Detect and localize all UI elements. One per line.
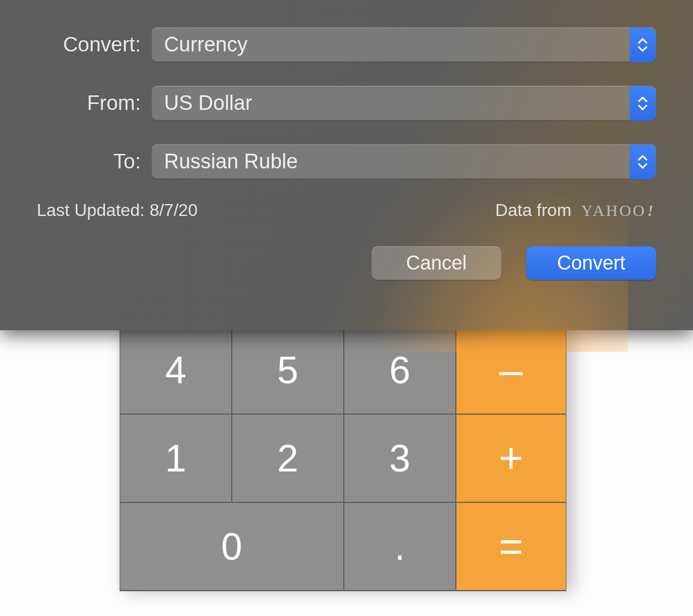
key-6[interactable]: 6 <box>344 326 456 414</box>
to-value: Russian Ruble <box>164 150 298 173</box>
key-1[interactable]: 1 <box>120 414 232 502</box>
data-source: Data from YAHOO! <box>495 200 655 220</box>
convert-label: Convert: <box>37 33 152 56</box>
key-3[interactable]: 3 <box>344 414 456 502</box>
last-updated-label: Last Updated: 8/7/20 <box>37 200 198 220</box>
field-row-to: To: Russian Ruble <box>37 144 656 179</box>
keypad-row: 0 . = <box>120 502 566 591</box>
key-minus[interactable]: – <box>456 326 566 414</box>
to-popup[interactable]: Russian Ruble <box>152 144 656 179</box>
field-row-from: From: US Dollar <box>37 86 656 120</box>
yahoo-text: YAHOO <box>581 201 646 219</box>
conversion-sheet: Convert: Currency From: US Dollar <box>0 0 693 330</box>
to-label: To: <box>37 150 152 173</box>
key-plus[interactable]: + <box>456 414 566 502</box>
cancel-button[interactable]: Cancel <box>371 246 501 280</box>
dialog-actions: Cancel Convert <box>37 246 656 280</box>
from-label: From: <box>37 91 152 115</box>
key-decimal[interactable]: . <box>344 502 456 591</box>
key-equals[interactable]: = <box>456 502 566 591</box>
convert-button[interactable]: Convert <box>526 246 656 280</box>
convert-popup[interactable]: Currency <box>152 27 656 62</box>
conversion-form: Convert: Currency From: US Dollar <box>0 11 693 280</box>
chevron-up-down-icon <box>630 28 656 62</box>
from-value: US Dollar <box>164 91 252 115</box>
chevron-up-down-icon <box>630 86 656 121</box>
key-5[interactable]: 5 <box>232 326 344 414</box>
chevron-up-down-icon <box>630 145 656 179</box>
key-4[interactable]: 4 <box>120 326 232 414</box>
info-row: Last Updated: 8/7/20 Data from YAHOO! <box>37 200 656 220</box>
yahoo-logo: YAHOO! <box>581 201 655 220</box>
key-2[interactable]: 2 <box>232 414 344 502</box>
calculator-conversion-window: 4 5 6 – 1 2 3 + 0 . = Convert: Currency <box>0 0 693 616</box>
yahoo-bang: ! <box>647 201 655 219</box>
keypad-row: 4 5 6 – <box>120 326 566 414</box>
field-row-convert: Convert: Currency <box>37 27 656 62</box>
calculator-keypad: 4 5 6 – 1 2 3 + 0 . = <box>120 326 566 591</box>
from-popup[interactable]: US Dollar <box>152 86 656 120</box>
keypad-row: 1 2 3 + <box>120 414 566 502</box>
data-from-label: Data from <box>495 200 571 220</box>
key-0[interactable]: 0 <box>120 502 344 591</box>
convert-value: Currency <box>164 33 247 56</box>
